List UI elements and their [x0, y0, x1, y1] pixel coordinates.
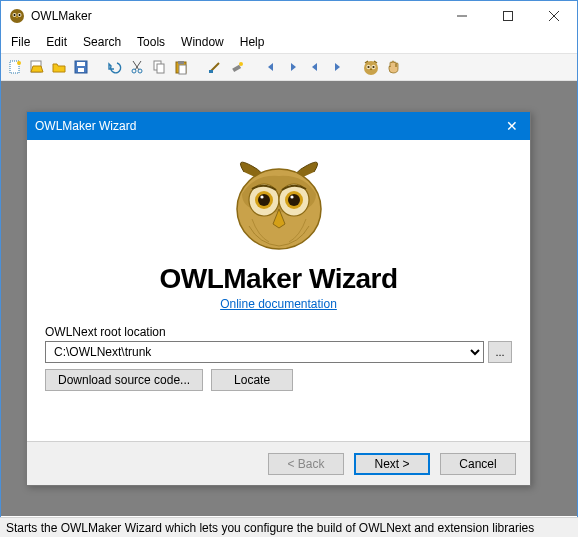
- svg-marker-30: [291, 63, 296, 71]
- svg-point-45: [288, 194, 300, 206]
- svg-point-28: [239, 62, 243, 66]
- wizard-title: OWLMaker Wizard: [35, 119, 502, 133]
- owl-icon: [9, 8, 25, 24]
- wizard-close-icon[interactable]: ✕: [502, 118, 522, 134]
- svg-marker-29: [268, 63, 273, 71]
- svg-rect-26: [209, 70, 213, 73]
- app-title: OWLMaker: [31, 9, 439, 23]
- svg-point-3: [14, 14, 16, 16]
- folder-icon[interactable]: [49, 57, 69, 77]
- new-icon[interactable]: [5, 57, 25, 77]
- svg-point-19: [138, 69, 142, 73]
- svg-point-37: [372, 66, 374, 68]
- svg-point-47: [290, 195, 293, 198]
- owl-logo: [45, 150, 512, 257]
- wizard-doc-link-row: Online documentation: [45, 297, 512, 311]
- menu-search[interactable]: Search: [75, 33, 129, 51]
- nav-next-icon[interactable]: [327, 57, 347, 77]
- wizard-body: OWLMaker Wizard Online documentation OWL…: [27, 140, 530, 441]
- svg-point-4: [19, 14, 21, 16]
- svg-rect-24: [179, 65, 186, 74]
- svg-rect-14: [77, 62, 85, 66]
- locate-button[interactable]: Locate: [211, 369, 293, 391]
- svg-marker-31: [312, 63, 317, 71]
- svg-rect-15: [78, 68, 84, 72]
- svg-point-18: [132, 69, 136, 73]
- browse-button[interactable]: ...: [488, 341, 512, 363]
- menu-file[interactable]: File: [3, 33, 38, 51]
- brush-icon[interactable]: [205, 57, 225, 77]
- paste-icon[interactable]: [171, 57, 191, 77]
- nav-back-icon[interactable]: [261, 57, 281, 77]
- svg-line-25: [211, 63, 219, 71]
- svg-point-44: [258, 194, 270, 206]
- menu-bar: File Edit Search Tools Window Help: [1, 31, 577, 53]
- svg-marker-32: [335, 63, 340, 71]
- menu-help[interactable]: Help: [232, 33, 273, 51]
- svg-point-11: [17, 61, 21, 65]
- status-bar: Starts the OWLMaker Wizard which lets yo…: [0, 517, 578, 537]
- status-text: Starts the OWLMaker Wizard which lets yo…: [6, 521, 534, 535]
- root-location-input[interactable]: C:\OWLNext\trunk: [45, 341, 484, 363]
- close-button[interactable]: [531, 1, 577, 31]
- menu-tools[interactable]: Tools: [129, 33, 173, 51]
- nav-forward-icon[interactable]: [283, 57, 303, 77]
- title-bar: OWLMaker: [1, 1, 577, 31]
- svg-rect-27: [232, 65, 241, 72]
- back-button: < Back: [268, 453, 344, 475]
- download-source-button[interactable]: Download source code...: [45, 369, 203, 391]
- cut-icon[interactable]: [127, 57, 147, 77]
- online-documentation-link[interactable]: Online documentation: [220, 297, 337, 311]
- toolbar: [1, 53, 577, 81]
- maximize-button[interactable]: [485, 1, 531, 31]
- open-icon[interactable]: [27, 57, 47, 77]
- wizard-footer: < Back Next > Cancel: [27, 441, 530, 485]
- wizard-title-bar[interactable]: OWLMaker Wizard ✕: [27, 112, 530, 140]
- undo-icon[interactable]: [105, 57, 125, 77]
- owl-wizard-icon[interactable]: [361, 57, 381, 77]
- next-button[interactable]: Next >: [354, 453, 430, 475]
- copy-icon[interactable]: [149, 57, 169, 77]
- menu-window[interactable]: Window: [173, 33, 232, 51]
- cancel-button[interactable]: Cancel: [440, 453, 516, 475]
- nav-prev-icon[interactable]: [305, 57, 325, 77]
- client-area: OWLMaker Wizard ✕: [1, 81, 577, 516]
- svg-point-36: [367, 66, 369, 68]
- save-icon[interactable]: [71, 57, 91, 77]
- menu-edit[interactable]: Edit: [38, 33, 75, 51]
- hand-icon[interactable]: [383, 57, 403, 77]
- flashlight-icon[interactable]: [227, 57, 247, 77]
- root-location-label: OWLNext root location: [45, 325, 512, 339]
- minimize-button[interactable]: [439, 1, 485, 31]
- svg-rect-23: [178, 61, 184, 64]
- svg-rect-7: [504, 12, 513, 21]
- svg-point-46: [260, 195, 263, 198]
- svg-rect-21: [157, 64, 164, 73]
- wizard-heading: OWLMaker Wizard: [45, 263, 512, 295]
- wizard-dialog: OWLMaker Wizard ✕: [26, 111, 531, 486]
